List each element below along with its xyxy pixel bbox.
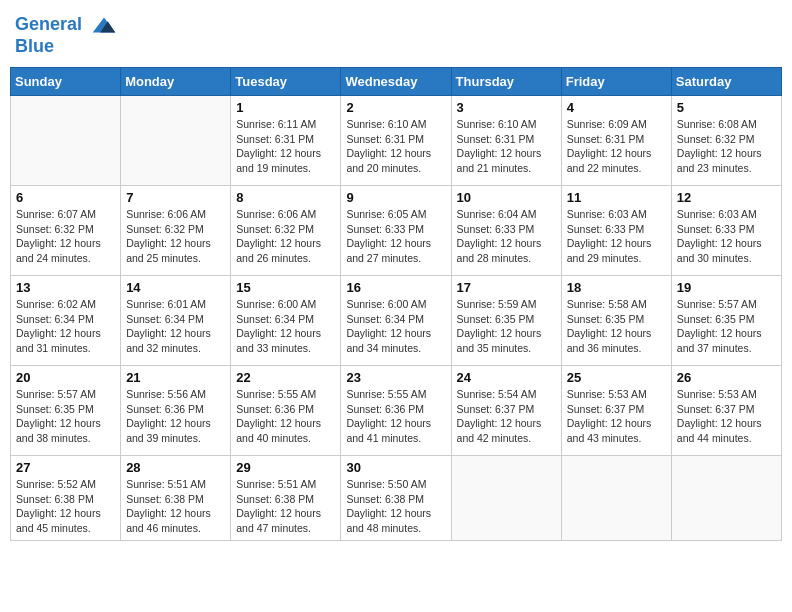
- week-row-1: 1Sunrise: 6:11 AM Sunset: 6:31 PM Daylig…: [11, 96, 782, 186]
- day-info: Sunrise: 6:03 AM Sunset: 6:33 PM Dayligh…: [567, 207, 666, 266]
- calendar-cell: 11Sunrise: 6:03 AM Sunset: 6:33 PM Dayli…: [561, 186, 671, 276]
- day-info: Sunrise: 6:06 AM Sunset: 6:32 PM Dayligh…: [236, 207, 335, 266]
- day-info: Sunrise: 5:53 AM Sunset: 6:37 PM Dayligh…: [567, 387, 666, 446]
- calendar-cell: 12Sunrise: 6:03 AM Sunset: 6:33 PM Dayli…: [671, 186, 781, 276]
- day-number: 12: [677, 190, 776, 205]
- day-info: Sunrise: 6:11 AM Sunset: 6:31 PM Dayligh…: [236, 117, 335, 176]
- calendar-cell: 5Sunrise: 6:08 AM Sunset: 6:32 PM Daylig…: [671, 96, 781, 186]
- calendar-cell: [671, 456, 781, 541]
- day-number: 19: [677, 280, 776, 295]
- calendar-cell: 30Sunrise: 5:50 AM Sunset: 6:38 PM Dayli…: [341, 456, 451, 541]
- day-info: Sunrise: 5:59 AM Sunset: 6:35 PM Dayligh…: [457, 297, 556, 356]
- calendar-cell: 20Sunrise: 5:57 AM Sunset: 6:35 PM Dayli…: [11, 366, 121, 456]
- calendar-cell: [561, 456, 671, 541]
- weekday-header-sunday: Sunday: [11, 68, 121, 96]
- calendar-cell: 3Sunrise: 6:10 AM Sunset: 6:31 PM Daylig…: [451, 96, 561, 186]
- day-number: 14: [126, 280, 225, 295]
- day-number: 11: [567, 190, 666, 205]
- calendar-cell: 1Sunrise: 6:11 AM Sunset: 6:31 PM Daylig…: [231, 96, 341, 186]
- day-info: Sunrise: 5:51 AM Sunset: 6:38 PM Dayligh…: [126, 477, 225, 536]
- calendar-cell: 15Sunrise: 6:00 AM Sunset: 6:34 PM Dayli…: [231, 276, 341, 366]
- day-number: 4: [567, 100, 666, 115]
- calendar-cell: [451, 456, 561, 541]
- calendar-table: SundayMondayTuesdayWednesdayThursdayFrid…: [10, 67, 782, 541]
- calendar-cell: [11, 96, 121, 186]
- calendar-cell: 2Sunrise: 6:10 AM Sunset: 6:31 PM Daylig…: [341, 96, 451, 186]
- day-number: 8: [236, 190, 335, 205]
- day-info: Sunrise: 6:03 AM Sunset: 6:33 PM Dayligh…: [677, 207, 776, 266]
- calendar-cell: 25Sunrise: 5:53 AM Sunset: 6:37 PM Dayli…: [561, 366, 671, 456]
- calendar-cell: 28Sunrise: 5:51 AM Sunset: 6:38 PM Dayli…: [121, 456, 231, 541]
- day-info: Sunrise: 6:05 AM Sunset: 6:33 PM Dayligh…: [346, 207, 445, 266]
- day-info: Sunrise: 6:06 AM Sunset: 6:32 PM Dayligh…: [126, 207, 225, 266]
- day-number: 24: [457, 370, 556, 385]
- calendar-cell: 9Sunrise: 6:05 AM Sunset: 6:33 PM Daylig…: [341, 186, 451, 276]
- calendar-cell: 24Sunrise: 5:54 AM Sunset: 6:37 PM Dayli…: [451, 366, 561, 456]
- day-info: Sunrise: 6:09 AM Sunset: 6:31 PM Dayligh…: [567, 117, 666, 176]
- day-number: 26: [677, 370, 776, 385]
- week-row-3: 13Sunrise: 6:02 AM Sunset: 6:34 PM Dayli…: [11, 276, 782, 366]
- calendar-cell: 10Sunrise: 6:04 AM Sunset: 6:33 PM Dayli…: [451, 186, 561, 276]
- day-info: Sunrise: 5:56 AM Sunset: 6:36 PM Dayligh…: [126, 387, 225, 446]
- week-row-4: 20Sunrise: 5:57 AM Sunset: 6:35 PM Dayli…: [11, 366, 782, 456]
- day-number: 18: [567, 280, 666, 295]
- weekday-header-wednesday: Wednesday: [341, 68, 451, 96]
- day-number: 30: [346, 460, 445, 475]
- day-info: Sunrise: 5:57 AM Sunset: 6:35 PM Dayligh…: [16, 387, 115, 446]
- calendar-cell: 22Sunrise: 5:55 AM Sunset: 6:36 PM Dayli…: [231, 366, 341, 456]
- day-number: 22: [236, 370, 335, 385]
- day-info: Sunrise: 5:53 AM Sunset: 6:37 PM Dayligh…: [677, 387, 776, 446]
- calendar-cell: 26Sunrise: 5:53 AM Sunset: 6:37 PM Dayli…: [671, 366, 781, 456]
- day-info: Sunrise: 5:51 AM Sunset: 6:38 PM Dayligh…: [236, 477, 335, 536]
- day-number: 7: [126, 190, 225, 205]
- calendar-cell: 29Sunrise: 5:51 AM Sunset: 6:38 PM Dayli…: [231, 456, 341, 541]
- calendar-cell: 4Sunrise: 6:09 AM Sunset: 6:31 PM Daylig…: [561, 96, 671, 186]
- day-number: 27: [16, 460, 115, 475]
- day-number: 17: [457, 280, 556, 295]
- day-number: 16: [346, 280, 445, 295]
- weekday-header-monday: Monday: [121, 68, 231, 96]
- weekday-header-thursday: Thursday: [451, 68, 561, 96]
- day-number: 20: [16, 370, 115, 385]
- day-info: Sunrise: 6:00 AM Sunset: 6:34 PM Dayligh…: [346, 297, 445, 356]
- calendar-cell: 18Sunrise: 5:58 AM Sunset: 6:35 PM Dayli…: [561, 276, 671, 366]
- day-info: Sunrise: 5:55 AM Sunset: 6:36 PM Dayligh…: [346, 387, 445, 446]
- weekday-header-saturday: Saturday: [671, 68, 781, 96]
- calendar-cell: 7Sunrise: 6:06 AM Sunset: 6:32 PM Daylig…: [121, 186, 231, 276]
- day-info: Sunrise: 5:50 AM Sunset: 6:38 PM Dayligh…: [346, 477, 445, 536]
- day-number: 9: [346, 190, 445, 205]
- logo: General Blue: [15, 10, 119, 57]
- day-info: Sunrise: 6:10 AM Sunset: 6:31 PM Dayligh…: [457, 117, 556, 176]
- day-info: Sunrise: 6:01 AM Sunset: 6:34 PM Dayligh…: [126, 297, 225, 356]
- day-number: 25: [567, 370, 666, 385]
- calendar-cell: 27Sunrise: 5:52 AM Sunset: 6:38 PM Dayli…: [11, 456, 121, 541]
- day-info: Sunrise: 6:04 AM Sunset: 6:33 PM Dayligh…: [457, 207, 556, 266]
- day-info: Sunrise: 5:57 AM Sunset: 6:35 PM Dayligh…: [677, 297, 776, 356]
- day-number: 1: [236, 100, 335, 115]
- day-info: Sunrise: 5:52 AM Sunset: 6:38 PM Dayligh…: [16, 477, 115, 536]
- day-number: 6: [16, 190, 115, 205]
- day-info: Sunrise: 5:54 AM Sunset: 6:37 PM Dayligh…: [457, 387, 556, 446]
- day-number: 5: [677, 100, 776, 115]
- calendar-cell: 19Sunrise: 5:57 AM Sunset: 6:35 PM Dayli…: [671, 276, 781, 366]
- day-info: Sunrise: 5:55 AM Sunset: 6:36 PM Dayligh…: [236, 387, 335, 446]
- weekday-header-friday: Friday: [561, 68, 671, 96]
- weekday-header-tuesday: Tuesday: [231, 68, 341, 96]
- calendar-cell: 21Sunrise: 5:56 AM Sunset: 6:36 PM Dayli…: [121, 366, 231, 456]
- day-info: Sunrise: 6:02 AM Sunset: 6:34 PM Dayligh…: [16, 297, 115, 356]
- week-row-2: 6Sunrise: 6:07 AM Sunset: 6:32 PM Daylig…: [11, 186, 782, 276]
- week-row-5: 27Sunrise: 5:52 AM Sunset: 6:38 PM Dayli…: [11, 456, 782, 541]
- day-info: Sunrise: 5:58 AM Sunset: 6:35 PM Dayligh…: [567, 297, 666, 356]
- calendar-cell: 14Sunrise: 6:01 AM Sunset: 6:34 PM Dayli…: [121, 276, 231, 366]
- calendar-cell: 17Sunrise: 5:59 AM Sunset: 6:35 PM Dayli…: [451, 276, 561, 366]
- day-number: 15: [236, 280, 335, 295]
- day-number: 10: [457, 190, 556, 205]
- page-header: General Blue: [10, 10, 782, 57]
- day-number: 2: [346, 100, 445, 115]
- calendar-cell: 23Sunrise: 5:55 AM Sunset: 6:36 PM Dayli…: [341, 366, 451, 456]
- calendar-cell: 6Sunrise: 6:07 AM Sunset: 6:32 PM Daylig…: [11, 186, 121, 276]
- weekday-header-row: SundayMondayTuesdayWednesdayThursdayFrid…: [11, 68, 782, 96]
- calendar-cell: [121, 96, 231, 186]
- day-number: 23: [346, 370, 445, 385]
- calendar-cell: 16Sunrise: 6:00 AM Sunset: 6:34 PM Dayli…: [341, 276, 451, 366]
